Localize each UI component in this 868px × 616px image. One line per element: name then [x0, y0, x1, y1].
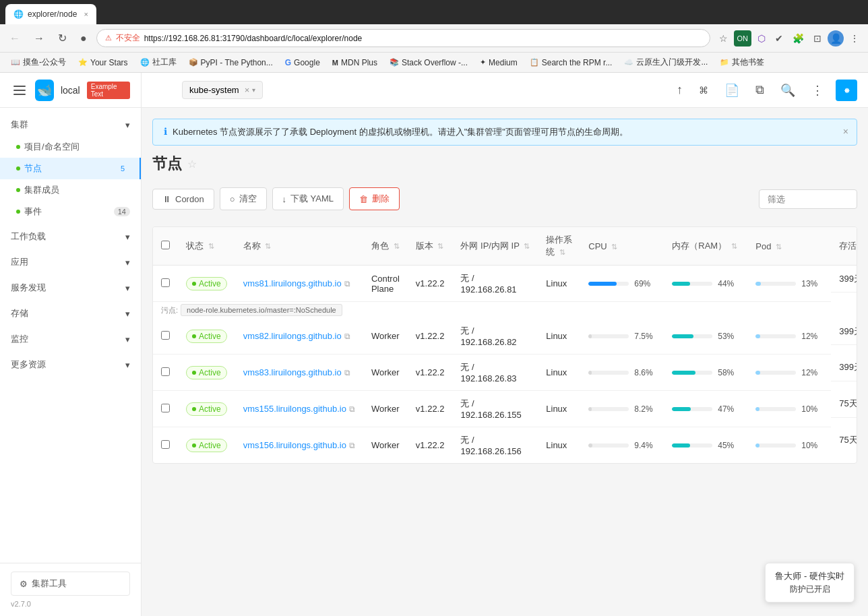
copy-icon[interactable]: ⧉	[344, 332, 350, 341]
namespace-selector[interactable]: kube-system × ▾	[182, 81, 263, 99]
bookmark-medium[interactable]: ✦ Medium	[474, 56, 523, 69]
sidebar-group-service-header[interactable]: 服务发现 ▾	[0, 276, 141, 299]
table-row: Activevms82.liruilongs.github.io⧉Workerv…	[153, 318, 857, 355]
sidebar-group-more-header[interactable]: 更多资源 ▾	[0, 353, 141, 376]
filter-input[interactable]	[768, 194, 848, 204]
events-status-dot	[16, 210, 20, 214]
row-checkbox[interactable]	[161, 404, 170, 412]
namespace-close-icon[interactable]: ×	[245, 85, 250, 95]
row-checkbox[interactable]	[161, 440, 170, 449]
node-pod: 12%	[747, 318, 831, 355]
pod-sort-icon[interactable]: ⇅	[776, 243, 782, 251]
forward-button[interactable]: →	[30, 30, 49, 47]
memory-sort-icon[interactable]: ⇅	[731, 242, 737, 250]
bookmark-google[interactable]: G Google	[280, 56, 326, 69]
sidebar-group-cluster-header[interactable]: 集群 ▾	[0, 113, 141, 136]
tab-close-button[interactable]: ×	[84, 10, 88, 18]
extension2-button[interactable]: ⬡	[754, 30, 769, 47]
bookmark-stackoverflow[interactable]: 📚 Stack Overflow -...	[384, 56, 473, 69]
download-yaml-button[interactable]: ↓ 下载 YAML	[272, 187, 344, 210]
th-checkbox	[153, 227, 178, 266]
copy-icon[interactable]: ⧉	[344, 368, 350, 377]
row-checkbox[interactable]	[161, 367, 170, 376]
sidebar-item-nodes[interactable]: 节点 5	[0, 158, 141, 179]
copy-icon[interactable]: ⧉	[349, 404, 355, 414]
extensions-button[interactable]: ON	[734, 30, 752, 47]
service-chevron-icon: ▾	[125, 283, 130, 293]
profile-button[interactable]: 👤	[828, 30, 844, 47]
os-sort-icon[interactable]: ⇅	[559, 248, 565, 256]
bookmark-others-label: 其他书签	[732, 57, 764, 68]
bookmark-mdn[interactable]: M MDN Plus	[327, 56, 383, 69]
sidebar-group-storage-header[interactable]: 存储 ▾	[0, 302, 141, 325]
more-menu-button[interactable]: ⋮	[807, 79, 828, 102]
uptime-value: 399天	[839, 273, 857, 285]
name-sort-icon[interactable]: ⇅	[265, 242, 271, 250]
cluster-tools-button[interactable]: ⚙ 集群工具	[11, 572, 130, 596]
sidebar-group-monitor-header[interactable]: 监控 ▾	[0, 328, 141, 350]
pod-progress-bar	[755, 371, 796, 375]
table-row: Activevms81.liruilongs.github.io⧉Control…	[153, 266, 857, 302]
copy-icon[interactable]: ⧉	[349, 441, 355, 450]
favorite-star-icon[interactable]: ☆	[187, 158, 197, 171]
version-sort-icon[interactable]: ⇅	[437, 242, 443, 250]
sidebar-group-workload-header[interactable]: 工作负载 ▾	[0, 225, 141, 248]
select-all-checkbox[interactable]	[161, 241, 170, 249]
home-button[interactable]: ●	[76, 30, 91, 47]
address-bar[interactable]: ⚠ 不安全 https://192.168.26.81:31790/dashbo…	[96, 29, 710, 47]
role-sort-icon[interactable]: ⇅	[394, 242, 400, 250]
cpu-sort-icon[interactable]: ⇅	[611, 243, 617, 251]
bookmark-this-button[interactable]: ☆	[716, 30, 731, 47]
node-name-link[interactable]: vms156.liruilongs.github.io	[243, 440, 346, 450]
cordon-button[interactable]: ⏸ Cordon	[152, 189, 214, 210]
table-header: 状态 ⇅ 名称 ⇅ 角色 ⇅	[153, 227, 857, 266]
node-name-link[interactable]: vms81.liruilongs.github.io	[243, 278, 342, 288]
reload-button[interactable]: ↻	[54, 29, 71, 47]
bookmark-rpm[interactable]: 📋 Search the RPM r...	[524, 56, 618, 69]
bookmark-yunative[interactable]: ☁️ 云原生入门级开发...	[619, 55, 713, 70]
bookmark-moyu[interactable]: 📖 摸鱼-公众号	[5, 55, 71, 70]
copy-manager-button[interactable]: ⧉	[751, 79, 768, 101]
hamburger-button[interactable]	[11, 83, 28, 98]
search-button[interactable]: 🔍	[776, 79, 799, 102]
sidebar-item-members[interactable]: 集群成员	[0, 179, 141, 201]
back-button[interactable]: ←	[5, 30, 24, 47]
bookmark-stars[interactable]: ⭐ Your Stars	[73, 56, 133, 69]
ip-sort-icon[interactable]: ⇅	[524, 242, 530, 250]
delete-button[interactable]: 🗑 删除	[349, 187, 400, 210]
sidebar-item-projects[interactable]: 项目/命名空间	[0, 136, 141, 158]
copy-icon[interactable]: ⧉	[344, 279, 350, 288]
bookmark-google-icon: G	[285, 58, 291, 67]
node-name-link[interactable]: vms82.liruilongs.github.io	[243, 331, 342, 341]
cpu-progress-bar	[588, 443, 629, 448]
row-checkbox[interactable]	[161, 278, 170, 287]
uptime-value: 75天	[839, 434, 857, 446]
app-name: local	[61, 85, 80, 96]
notification-subtitle: 防护已开启	[775, 584, 844, 595]
bookmark-medium-label: Medium	[489, 58, 518, 67]
bookmark-others[interactable]: 📁 其他书签	[714, 55, 770, 70]
puzzle-button[interactable]: 🧩	[789, 30, 807, 47]
node-name-link[interactable]: vms155.liruilongs.github.io	[243, 404, 346, 414]
app-version: v2.7.0	[11, 600, 130, 608]
file-manager-button[interactable]: 📄	[720, 79, 743, 102]
main-content: ℹ Kubernetes 节点资源展示了了承载 Deployment 的虚拟机或…	[142, 108, 868, 616]
bookmark-shegongku[interactable]: 🌐 社工库	[135, 55, 182, 70]
clear-button[interactable]: ○ 清空	[220, 187, 267, 210]
node-name-link[interactable]: vms83.liruilongs.github.io	[243, 367, 342, 377]
ext3-button[interactable]: ✔	[772, 30, 786, 47]
bookmark-pypi[interactable]: 📦 PyPI - The Python...	[183, 56, 278, 69]
kubectl-button[interactable]: ⌘	[695, 81, 712, 100]
th-uptime: 存活时间 ⇅	[831, 227, 857, 266]
active-tab[interactable]: 🌐 explorer/node ×	[5, 4, 96, 24]
import-button[interactable]: ↑	[673, 79, 687, 101]
alert-close-button[interactable]: ×	[843, 126, 848, 137]
sidebar-item-events[interactable]: 事件 14	[0, 201, 141, 222]
row-checkbox[interactable]	[161, 331, 170, 340]
status-sort-icon[interactable]: ⇅	[208, 242, 214, 250]
chrome-menu-button[interactable]: ⋮	[846, 30, 863, 47]
window-btn[interactable]: ⊡	[810, 30, 825, 47]
bookmark-shegong-label: 社工库	[152, 57, 177, 68]
sidebar-group-apps-header[interactable]: 应用 ▾	[0, 251, 141, 274]
node-cpu: 7.5%	[580, 318, 664, 355]
